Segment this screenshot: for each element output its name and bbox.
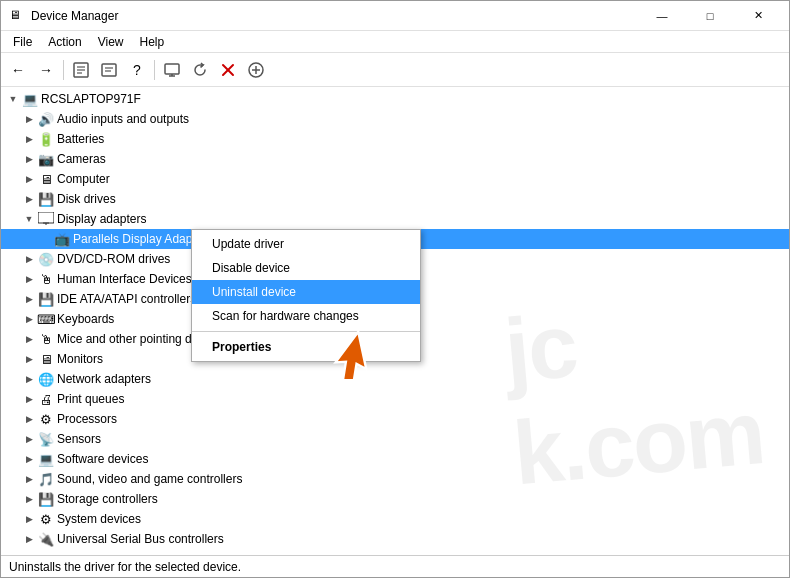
tree-item-disk[interactable]: ▶ 💾 Disk drives [1, 189, 789, 209]
scan-button[interactable] [96, 57, 122, 83]
menu-file[interactable]: File [5, 33, 40, 51]
ctx-scan-hardware[interactable]: Scan for hardware changes [192, 304, 420, 328]
dvd-label: DVD/CD-ROM drives [57, 252, 170, 266]
help-button[interactable]: ? [124, 57, 150, 83]
ctx-properties[interactable]: Properties [192, 335, 420, 359]
uninstall-icon [220, 62, 236, 78]
tree-item-usb[interactable]: ▶ 🔌 Universal Serial Bus controllers [1, 529, 789, 549]
tree-item-processors[interactable]: ▶ ⚙ Processors [1, 409, 789, 429]
ctx-update-driver[interactable]: Update driver [192, 232, 420, 256]
hid-expand-icon[interactable]: ▶ [21, 271, 37, 287]
tree-item-storage[interactable]: ▶ 💾 Storage controllers [1, 489, 789, 509]
computer-tree-icon: 🖥 [37, 171, 55, 187]
software-icon: 💻 [37, 451, 55, 467]
add-button[interactable] [243, 57, 269, 83]
storage-label: Storage controllers [57, 492, 158, 506]
ide-expand-icon[interactable]: ▶ [21, 291, 37, 307]
menu-bar: File Action View Help [1, 31, 789, 53]
dvd-expand-icon[interactable]: ▶ [21, 251, 37, 267]
sound-expand-icon[interactable]: ▶ [21, 471, 37, 487]
cameras-label: Cameras [57, 152, 106, 166]
ctx-separator [192, 331, 420, 332]
sound-icon: 🎵 [37, 471, 55, 487]
audio-icon: 🔊 [37, 111, 55, 127]
tree-item-sound[interactable]: ▶ 🎵 Sound, video and game controllers [1, 469, 789, 489]
tree-item-network[interactable]: ▶ 🌐 Network adapters [1, 369, 789, 389]
tree-root[interactable]: ▼ 💻 RCSLAPTOP971F [1, 89, 789, 109]
software-expand-icon[interactable]: ▶ [21, 451, 37, 467]
refresh-icon [192, 62, 208, 78]
software-label: Software devices [57, 452, 148, 466]
tree-item-software[interactable]: ▶ 💻 Software devices [1, 449, 789, 469]
print-icon: 🖨 [37, 391, 55, 407]
mice-expand-icon[interactable]: ▶ [21, 331, 37, 347]
ctx-disable-device[interactable]: Disable device [192, 256, 420, 280]
network-expand-icon[interactable]: ▶ [21, 371, 37, 387]
processors-icon: ⚙ [37, 411, 55, 427]
menu-view[interactable]: View [90, 33, 132, 51]
toolbar-separator-2 [154, 60, 155, 80]
monitors-icon: 🖥 [37, 351, 55, 367]
ctx-uninstall-device[interactable]: Uninstall device [192, 280, 420, 304]
display-expand-icon[interactable]: ▼ [21, 211, 37, 227]
processors-expand-icon[interactable]: ▶ [21, 411, 37, 427]
batteries-expand-icon[interactable]: ▶ [21, 131, 37, 147]
tree-item-computer[interactable]: ▶ 🖥 Computer [1, 169, 789, 189]
sensors-expand-icon[interactable]: ▶ [21, 431, 37, 447]
tree-item-audio[interactable]: ▶ 🔊 Audio inputs and outputs [1, 109, 789, 129]
storage-icon: 💾 [37, 491, 55, 507]
batteries-icon: 🔋 [37, 131, 55, 147]
scan-icon [101, 62, 117, 78]
refresh-button[interactable] [187, 57, 213, 83]
tree-item-display[interactable]: ▼ Display adapters [1, 209, 789, 229]
tree-item-batteries[interactable]: ▶ 🔋 Batteries [1, 129, 789, 149]
audio-expand-icon[interactable]: ▶ [21, 111, 37, 127]
tree-item-sensors[interactable]: ▶ 📡 Sensors [1, 429, 789, 449]
disk-expand-icon[interactable]: ▶ [21, 191, 37, 207]
computer-expand-icon[interactable]: ▶ [21, 171, 37, 187]
display-button[interactable] [159, 57, 185, 83]
close-button[interactable]: ✕ [735, 5, 781, 27]
keyboards-expand-icon[interactable]: ▶ [21, 311, 37, 327]
network-icon: 🌐 [37, 371, 55, 387]
tree-item-cameras[interactable]: ▶ 📷 Cameras [1, 149, 789, 169]
app-icon: 🖥 [9, 8, 25, 24]
title-left: 🖥 Device Manager [9, 8, 118, 24]
cameras-expand-icon[interactable]: ▶ [21, 151, 37, 167]
device-manager-window: 🖥 Device Manager — □ ✕ File Action View … [0, 0, 790, 578]
maximize-button[interactable]: □ [687, 5, 733, 27]
uninstall-button[interactable] [215, 57, 241, 83]
sensors-icon: 📡 [37, 431, 55, 447]
print-expand-icon[interactable]: ▶ [21, 391, 37, 407]
audio-label: Audio inputs and outputs [57, 112, 189, 126]
tree-item-system[interactable]: ▶ ⚙ System devices [1, 509, 789, 529]
window-title: Device Manager [31, 9, 118, 23]
tree-item-print[interactable]: ▶ 🖨 Print queues [1, 389, 789, 409]
forward-button[interactable]: → [33, 57, 59, 83]
properties-button[interactable] [68, 57, 94, 83]
storage-expand-icon[interactable]: ▶ [21, 491, 37, 507]
parallels-icon: 📺 [53, 231, 71, 247]
menu-help[interactable]: Help [132, 33, 173, 51]
print-label: Print queues [57, 392, 124, 406]
hid-label: Human Interface Devices [57, 272, 192, 286]
root-label: RCSLAPTOP971F [41, 92, 141, 106]
menu-action[interactable]: Action [40, 33, 89, 51]
minimize-button[interactable]: — [639, 5, 685, 27]
back-button[interactable]: ← [5, 57, 31, 83]
disk-icon: 💾 [37, 191, 55, 207]
root-expand-icon[interactable]: ▼ [5, 91, 21, 107]
system-icon: ⚙ [37, 511, 55, 527]
system-expand-icon[interactable]: ▶ [21, 511, 37, 527]
batteries-label: Batteries [57, 132, 104, 146]
monitors-expand-icon[interactable]: ▶ [21, 351, 37, 367]
svg-rect-4 [102, 64, 116, 76]
display-adapter-icon [38, 212, 54, 226]
usb-expand-icon[interactable]: ▶ [21, 531, 37, 547]
cameras-icon: 📷 [37, 151, 55, 167]
dvd-icon: 💿 [37, 251, 55, 267]
add-icon [248, 62, 264, 78]
computer-icon: 💻 [21, 91, 39, 107]
toolbar: ← → ? [1, 53, 789, 87]
title-controls: — □ ✕ [639, 5, 781, 27]
